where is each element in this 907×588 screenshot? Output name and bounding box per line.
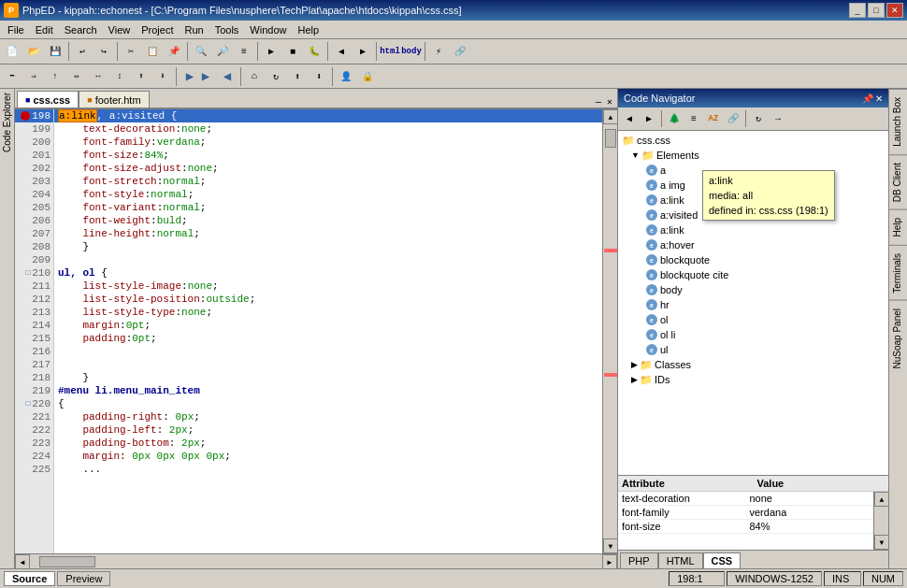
menu-view[interactable]: View	[103, 22, 137, 37]
toolbar2-btn8[interactable]: ⬇	[152, 67, 173, 86]
toolbar2-home[interactable]: ⌂	[244, 67, 265, 86]
nav-goto-button[interactable]: →	[769, 109, 787, 128]
html-button[interactable]: html	[380, 42, 400, 61]
tree-item-ol[interactable]: e ol	[620, 312, 886, 327]
toolbar2-back[interactable]: ◀	[217, 67, 238, 86]
tab-php[interactable]: PHP	[620, 552, 658, 568]
attr-scroll-up[interactable]: ▲	[874, 492, 888, 507]
right-tab-db-client[interactable]: DB Client	[889, 154, 907, 209]
status-tab-source[interactable]: Source	[4, 571, 55, 586]
stop-button[interactable]: ■	[282, 42, 303, 61]
vscroll-thumb[interactable]	[605, 129, 616, 148]
toolbar2-download[interactable]: ⬇	[309, 67, 329, 86]
nav-fwd-button[interactable]: ▶	[640, 109, 658, 128]
right-tab-launch-box[interactable]: Launch Box	[889, 89, 907, 154]
search-button[interactable]: 🔍	[191, 42, 211, 61]
status-tab-preview[interactable]: Preview	[57, 571, 110, 586]
editor-vscrollbar[interactable]: ▲ ▼	[602, 109, 617, 553]
toolbar2-fwdfwd[interactable]: ▶	[195, 67, 216, 86]
attr-scroll-down[interactable]: ▼	[874, 535, 888, 550]
nav-sort-button[interactable]: AZ	[704, 109, 723, 128]
tree-item-a-link2[interactable]: e a:link	[620, 222, 886, 237]
toolbar2-btn1[interactable]: ⬅	[2, 67, 22, 86]
tree-item-ol-li[interactable]: e ol li	[620, 327, 886, 342]
nav-list-button[interactable]: ≡	[684, 109, 703, 128]
minimize-button[interactable]: _	[849, 3, 866, 18]
menu-edit[interactable]: Edit	[30, 22, 59, 37]
tab-css[interactable]: ■ css.css	[17, 91, 79, 108]
redo-button[interactable]: ↪	[94, 42, 114, 61]
paste-button[interactable]: 📌	[164, 42, 184, 61]
tree-classes-folder[interactable]: ▶ 📁 Classes	[620, 357, 886, 372]
right-tab-nusoap[interactable]: NuSoap Panel	[889, 300, 907, 377]
toolbar2-btn7[interactable]: ⬆	[131, 67, 151, 86]
extra-btn-2[interactable]: 🔗	[450, 42, 470, 61]
panel-pin-button[interactable]: 📌	[862, 93, 873, 104]
hscroll-left-button[interactable]: ◀	[15, 554, 30, 568]
tab-css[interactable]: CSS	[703, 552, 741, 568]
grep-button[interactable]: ≡	[234, 42, 254, 61]
tree-item-blockquote-cite[interactable]: e blockquote cite	[620, 267, 886, 282]
toolbar2-btn6[interactable]: ↕	[109, 67, 130, 86]
nav-link-button[interactable]: 🔗	[724, 109, 742, 128]
body-button[interactable]: body	[401, 42, 422, 61]
code-line-203: font-stretch:normal;	[54, 175, 602, 188]
fold-icon-210[interactable]: □	[25, 266, 30, 280]
tree-ids-folder[interactable]: ▶ 📁 IDs	[620, 372, 886, 387]
menu-project[interactable]: Project	[136, 22, 179, 37]
new-file-button[interactable]: 📄	[2, 42, 22, 61]
tree-item-ul[interactable]: e ul	[620, 342, 886, 357]
menu-file[interactable]: File	[2, 22, 30, 37]
undo-button[interactable]: ↩	[72, 42, 93, 61]
tree-root-node[interactable]: 📁 css.css	[620, 133, 886, 148]
menu-run[interactable]: Run	[179, 22, 209, 37]
open-button[interactable]: 📂	[23, 42, 44, 61]
toolbar2-btn5[interactable]: ↔	[88, 67, 108, 86]
fold-icon-220[interactable]: □	[25, 397, 30, 410]
toolbar2-btn4[interactable]: ⇔	[66, 67, 87, 86]
cut-button[interactable]: ✂	[121, 42, 141, 61]
menu-tools[interactable]: Tools	[209, 22, 245, 37]
vscroll-down-button[interactable]: ▼	[603, 538, 617, 553]
find-replace-button[interactable]: 🔎	[212, 42, 233, 61]
copy-button[interactable]: 📋	[142, 42, 163, 61]
toolbar2-refresh[interactable]: ↻	[266, 67, 286, 86]
forward-button[interactable]: ▶	[353, 42, 373, 61]
tree-elements-folder[interactable]: ▼ 📁 Elements	[620, 148, 886, 163]
toolbar2-btn2[interactable]: ⇒	[23, 67, 44, 86]
tree-item-blockquote[interactable]: e blockquote	[620, 252, 886, 267]
maximize-button[interactable]: □	[868, 3, 885, 18]
toolbar2-btn3[interactable]: ↑	[45, 67, 65, 86]
panel-close-button[interactable]: ✕	[875, 93, 883, 104]
code-explorer-tab[interactable]: Code Explorer	[0, 89, 14, 156]
menu-window[interactable]: Window	[244, 22, 292, 37]
hscroll-thumb[interactable]	[39, 556, 95, 567]
attr-vscrollbar[interactable]: ▲ ▼	[873, 492, 888, 550]
tree-item-hr[interactable]: e hr	[620, 297, 886, 312]
tree-item-a-hover[interactable]: e a:hover	[620, 237, 886, 252]
tab-footer[interactable]: ■ footer.htm	[79, 91, 149, 108]
right-tab-terminals[interactable]: Terminals	[889, 245, 907, 301]
toolbar2-lock[interactable]: 🔒	[357, 67, 378, 86]
debug-button[interactable]: 🐛	[304, 42, 324, 61]
menu-help[interactable]: Help	[292, 22, 324, 37]
extra-btn-1[interactable]: ⚡	[428, 42, 449, 61]
save-button[interactable]: 💾	[45, 42, 65, 61]
menu-search[interactable]: Search	[59, 22, 103, 37]
tab-html[interactable]: HTML	[658, 552, 703, 568]
tab-minimize-button[interactable]: —	[593, 97, 604, 108]
hscroll-right-button[interactable]: ▶	[602, 554, 617, 568]
nav-back-button[interactable]: ◀	[620, 109, 639, 128]
toolbar2-person[interactable]: 👤	[336, 67, 356, 86]
tab-close-button[interactable]: ✕	[604, 96, 615, 108]
right-tab-help[interactable]: Help	[889, 209, 907, 245]
back-button[interactable]: ◀	[331, 42, 352, 61]
run-button[interactable]: ▶	[261, 42, 281, 61]
vscroll-up-button[interactable]: ▲	[603, 109, 617, 124]
toolbar2-upload[interactable]: ⬆	[287, 67, 308, 86]
nav-refresh-button[interactable]: ↻	[749, 109, 768, 128]
tree-item-body[interactable]: e body	[620, 282, 886, 297]
close-button[interactable]: ✕	[886, 3, 903, 18]
code-text-area[interactable]: a:link, a:visited { text-decoration:none…	[54, 109, 602, 553]
nav-tree-button[interactable]: 🌲	[665, 109, 684, 128]
